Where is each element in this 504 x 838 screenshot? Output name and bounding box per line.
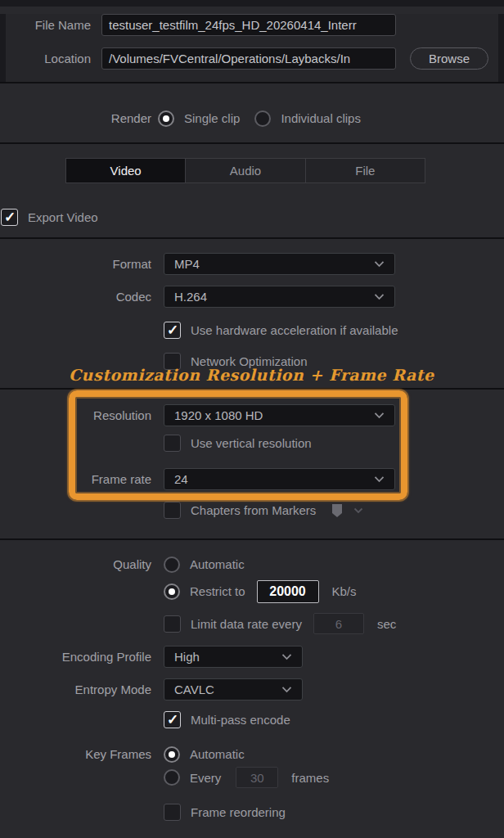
restrict-to-radio[interactable] (164, 583, 180, 600)
entropy-mode-label: Entropy Mode (0, 683, 151, 696)
multipass-checkbox[interactable] (164, 711, 181, 728)
key-frames-automatic-radio[interactable] (164, 746, 180, 763)
chapters-label: Chapters from Markers (191, 503, 316, 517)
file-section: File Name Location Browse (0, 14, 504, 82)
render-settings-panel: Customization Resolution + Frame Rate Fi… (0, 0, 504, 838)
format-dropdown[interactable]: MP4 (164, 253, 395, 275)
chevron-down-icon (374, 475, 385, 483)
bitrate-input[interactable] (257, 580, 319, 603)
individual-clips-label: Individual clips (281, 111, 361, 125)
resolution-value: 1920 x 1080 HD (174, 408, 374, 422)
key-frames-every-radio[interactable] (164, 769, 180, 786)
multipass-label: Multi-pass encode (191, 713, 290, 727)
quality-label: Quality (0, 557, 151, 571)
single-clip-label: Single clip (184, 111, 240, 125)
restrict-to-label: Restrict to (190, 584, 245, 598)
chevron-down-icon (374, 260, 385, 268)
hw-accel-checkbox[interactable] (164, 322, 181, 339)
key-frames-every-unit-label: frames (291, 771, 329, 785)
location-row: Location Browse (6, 47, 498, 70)
resolution-label: Resolution (0, 408, 151, 422)
tab-bar: Video Audio File (65, 158, 425, 183)
divider (0, 538, 504, 540)
key-frames-label: Key Frames (0, 747, 151, 761)
entropy-mode-value: CAVLC (174, 683, 281, 696)
chevron-down-icon (374, 293, 385, 300)
vertical-res-label: Use vertical resolution (191, 436, 312, 450)
network-opt-row: Network Optimization (164, 352, 504, 371)
quality-automatic-row: Quality Automatic (0, 554, 504, 574)
encoding-profile-label: Encoding Profile (0, 650, 151, 664)
export-video-label: Export Video (28, 210, 98, 224)
browse-button[interactable]: Browse (410, 47, 488, 70)
divider (0, 388, 504, 390)
quality-automatic-radio[interactable] (164, 556, 180, 573)
bitrate-unit-label: Kb/s (332, 584, 357, 598)
network-opt-checkbox[interactable] (164, 353, 181, 370)
entropy-mode-row: Entropy Mode CAVLC (0, 678, 504, 701)
chevron-down-icon[interactable] (353, 507, 363, 514)
window-edge (0, 0, 504, 7)
key-frames-every-label: Every (190, 771, 221, 785)
frame-rate-row: Frame rate 24 (0, 468, 504, 490)
multipass-row: Multi-pass encode (164, 710, 504, 729)
key-frames-row: Key Frames Automatic (0, 744, 504, 764)
tab-video[interactable]: Video (66, 159, 186, 182)
limit-data-rate-input[interactable] (313, 613, 364, 634)
frame-rate-value: 24 (174, 472, 374, 486)
resolution-row: Resolution 1920 x 1080 HD (0, 404, 504, 426)
entropy-mode-dropdown[interactable]: CAVLC (164, 678, 303, 701)
vertical-res-checkbox[interactable] (164, 435, 181, 452)
chevron-down-icon (281, 686, 292, 693)
encoding-profile-row: Encoding Profile High (0, 646, 504, 668)
location-input[interactable] (101, 47, 396, 70)
limit-data-rate-label: Limit data rate every (191, 617, 302, 631)
resolution-dropdown[interactable]: 1920 x 1080 HD (164, 404, 395, 426)
marker-color-icon[interactable] (331, 503, 344, 518)
hw-accel-row: Use hardware acceleration if available (164, 321, 504, 340)
codec-row: Codec H.264 (0, 286, 504, 308)
chapters-checkbox[interactable] (164, 502, 181, 519)
encoding-profile-value: High (174, 650, 281, 664)
render-label: Render (0, 111, 151, 125)
divider (0, 237, 504, 239)
file-name-row: File Name (6, 14, 498, 36)
chapters-row: Chapters from Markers (164, 501, 504, 520)
key-frames-automatic-label: Automatic (190, 747, 245, 761)
file-name-input[interactable] (101, 14, 396, 36)
divider (0, 82, 504, 83)
limit-data-rate-row: Limit data rate every sec (164, 613, 504, 634)
tab-audio[interactable]: Audio (186, 159, 305, 182)
frame-reordering-checkbox[interactable] (164, 804, 181, 821)
export-video-row: Export Video (0, 206, 504, 228)
limit-data-rate-unit-label: sec (377, 617, 396, 631)
location-label: Location (6, 52, 91, 65)
encoding-profile-dropdown[interactable]: High (164, 646, 303, 668)
key-frames-every-input[interactable] (236, 767, 278, 788)
limit-data-rate-checkbox[interactable] (164, 615, 181, 633)
hw-accel-label: Use hardware acceleration if available (191, 323, 398, 337)
frame-rate-dropdown[interactable]: 24 (164, 468, 395, 490)
codec-dropdown[interactable]: H.264 (164, 286, 395, 308)
quality-restrict-row: Restrict to Kb/s (164, 579, 504, 603)
chevron-down-icon (374, 412, 385, 419)
file-name-label: File Name (6, 18, 91, 32)
quality-automatic-label: Automatic (190, 557, 245, 571)
codec-label: Codec (0, 290, 151, 304)
render-row: Render Single clip Individual clips (0, 108, 504, 128)
divider (0, 142, 504, 144)
key-frames-every-row: Every frames (164, 767, 504, 788)
tab-file[interactable]: File (306, 159, 425, 182)
format-value: MP4 (174, 257, 374, 271)
format-label: Format (0, 257, 151, 271)
frame-reordering-label: Frame reordering (191, 805, 286, 819)
single-clip-radio[interactable] (158, 110, 174, 127)
export-video-checkbox[interactable] (1, 209, 18, 226)
frame-reordering-row: Frame reordering (164, 803, 504, 822)
frame-rate-label: Frame rate (0, 472, 151, 486)
vertical-res-row: Use vertical resolution (164, 434, 504, 453)
network-opt-label: Network Optimization (191, 354, 308, 368)
format-row: Format MP4 (0, 253, 504, 275)
individual-clips-radio[interactable] (254, 110, 271, 127)
codec-value: H.264 (174, 290, 374, 304)
